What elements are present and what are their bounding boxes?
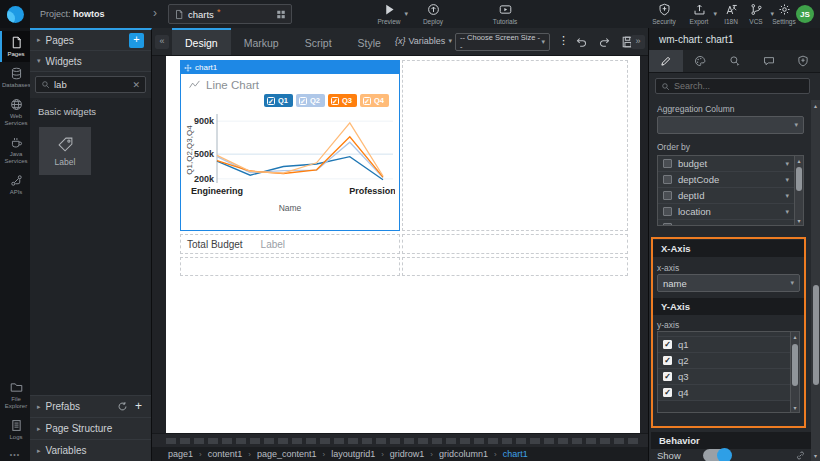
widget-tile-label[interactable]: Label [39, 127, 91, 175]
breadcrumb-item-gridcolumn1[interactable]: gridcolumn1 [439, 449, 488, 459]
show-toggle[interactable] [703, 449, 731, 461]
order-by-option-name[interactable]: name▾ [658, 220, 794, 225]
variables-section-header[interactable]: ▸ Variables [30, 439, 151, 461]
widget-search-box[interactable]: ✕ [35, 76, 146, 93]
tab-advanced[interactable] [752, 50, 786, 72]
checkbox[interactable] [663, 207, 672, 216]
caret-down-icon[interactable]: ▾ [785, 208, 789, 216]
scroll-up-icon[interactable]: ▴ [795, 157, 803, 164]
variables-button[interactable]: {x} Variables ▾ [395, 36, 452, 46]
pages-grid-icon[interactable] [276, 9, 286, 20]
caret-down-icon[interactable]: ▾ [785, 192, 789, 200]
breadcrumb-item-page1[interactable]: page1 [168, 449, 193, 459]
checkbox[interactable]: ✓ [663, 356, 672, 365]
tab-properties[interactable] [649, 50, 683, 72]
checkbox[interactable]: ✓ [663, 372, 672, 381]
redo-icon[interactable] [598, 35, 612, 49]
caret-down-icon[interactable]: ▾ [404, 10, 408, 18]
breadcrumb-item-content1[interactable]: content1 [208, 449, 243, 459]
legend-item-q3[interactable]: ✓Q3 [328, 94, 357, 107]
page-structure-section-header[interactable]: ▸ Page Structure [30, 417, 151, 439]
scrollbar-thumb[interactable] [813, 285, 819, 385]
checkbox[interactable] [663, 175, 672, 184]
scroll-up-icon[interactable]: ▴ [791, 333, 799, 340]
preview-button[interactable]: ▾ Preview [366, 3, 412, 25]
scrollbar-thumb[interactable] [796, 167, 802, 191]
properties-search-box[interactable] [655, 78, 810, 94]
breadcrumb-item-layoutgrid1[interactable]: layoutgrid1 [331, 449, 375, 459]
x-axis-select[interactable]: name ▾ [657, 274, 800, 292]
order-by-option-budget[interactable]: budget▾ [658, 156, 794, 172]
rail-item-java-services[interactable]: Java Services [0, 131, 30, 169]
caret-down-icon[interactable]: ▾ [785, 176, 789, 184]
tab-style[interactable]: Style [345, 28, 394, 55]
order-by-option-location[interactable]: location▾ [658, 204, 794, 220]
checkbox[interactable] [663, 191, 672, 200]
checkbox[interactable]: ✓ [663, 340, 672, 349]
y-axis-option-q4[interactable]: ✓q4 [658, 385, 790, 401]
breadcrumb-item-chart1[interactable]: chart1 [503, 449, 528, 459]
tab-styles[interactable] [683, 50, 717, 72]
checkbox[interactable] [663, 159, 672, 168]
order-by-scrollbar[interactable]: ▴ ▾ [794, 156, 803, 225]
undo-icon[interactable] [574, 35, 588, 49]
collapse-left-panel-button[interactable]: « [155, 35, 169, 49]
scroll-down-icon[interactable]: ▾ [795, 217, 803, 224]
y-axis-scrollbar[interactable]: ▴ ▾ [790, 332, 799, 412]
caret-down-icon[interactable]: ▾ [785, 160, 789, 168]
rail-item-file-explorer[interactable]: File Explorer [0, 376, 30, 414]
chart-widget[interactable]: chart1 Line Chart ✓Q1✓Q2✓Q3✓Q4 900k500k2… [180, 60, 400, 231]
collapse-right-panel-button[interactable]: » [631, 35, 645, 49]
rail-item-apis[interactable]: APIs [0, 169, 30, 200]
legend-item-q4[interactable]: ✓Q4 [360, 94, 389, 107]
legend-item-q1[interactable]: ✓Q1 [264, 94, 293, 107]
scroll-down-icon[interactable]: ▾ [791, 404, 799, 411]
breadcrumb-item-gridrow1[interactable]: gridrow1 [390, 449, 425, 459]
tab-design[interactable]: Design [172, 28, 231, 55]
add-page-button[interactable]: + [129, 33, 144, 48]
bind-link-icon[interactable] [795, 450, 806, 461]
y-axis-option-q3[interactable]: ✓q3 [658, 369, 790, 385]
tab-security[interactable] [786, 50, 820, 72]
label-widget-text[interactable]: Label [261, 239, 285, 250]
grid-cell-empty[interactable] [402, 60, 628, 231]
user-avatar[interactable]: JS [796, 5, 814, 23]
grid-cell-empty[interactable] [402, 257, 628, 276]
page-tab-charts[interactable]: charts * [168, 4, 292, 24]
breadcrumb-item-page_content1[interactable]: page_content1 [257, 449, 317, 459]
y-axis-option-q1[interactable]: ✓q1 [658, 337, 790, 353]
rail-item-databases[interactable]: Databases [0, 62, 30, 93]
add-prefab-button[interactable]: + [133, 401, 144, 412]
clear-search-icon[interactable]: ✕ [132, 80, 140, 90]
checkbox[interactable]: ✓ [663, 388, 672, 397]
order-by-option-deptCode[interactable]: deptCode▾ [658, 172, 794, 188]
legend-item-q2[interactable]: ✓Q2 [296, 94, 325, 107]
grid-cell-total-budget[interactable]: Total Budget Label [180, 234, 400, 254]
widget-search-input[interactable] [54, 79, 128, 90]
deploy-button[interactable]: Deploy [410, 3, 456, 25]
rail-item-pages[interactable]: Pages [0, 31, 30, 62]
rail-overflow-button[interactable]: ••• [0, 451, 30, 458]
screen-size-select[interactable]: -- Choose Screen Size -- ▾ [455, 33, 550, 51]
pages-section-header[interactable]: ▸ Pages + [30, 30, 151, 51]
prefabs-section-header[interactable]: ▸ Prefabs + [30, 395, 151, 417]
order-by-option-deptId[interactable]: deptId▾ [658, 188, 794, 204]
properties-search-input[interactable] [674, 81, 804, 91]
refresh-icon[interactable] [117, 401, 128, 412]
scroll-down-icon[interactable]: ▾ [811, 452, 820, 459]
tab-script[interactable]: Script [292, 28, 345, 55]
design-canvas[interactable]: Total Budget Label chart1 Line Chart ✓Q1… [166, 56, 640, 433]
total-budget-label[interactable]: Total Budget [187, 239, 243, 250]
app-logo[interactable] [0, 0, 30, 28]
y-axis-option-q2[interactable]: ✓q2 [658, 353, 790, 369]
tab-markup[interactable]: Markup [231, 28, 292, 55]
more-options-icon[interactable]: ⋮ [558, 34, 569, 47]
grid-cell-empty[interactable] [402, 234, 628, 254]
rail-item-web-services[interactable]: Web Services [0, 93, 30, 131]
grid-cell-empty[interactable] [180, 257, 400, 276]
selected-widget-tag[interactable]: chart1 [181, 61, 399, 74]
properties-scrollbar[interactable]: ▴ ▾ [811, 100, 820, 461]
scroll-up-icon[interactable]: ▴ [811, 102, 820, 109]
aggregation-column-select[interactable]: ▾ [657, 116, 804, 134]
scrollbar-thumb[interactable] [792, 344, 798, 386]
